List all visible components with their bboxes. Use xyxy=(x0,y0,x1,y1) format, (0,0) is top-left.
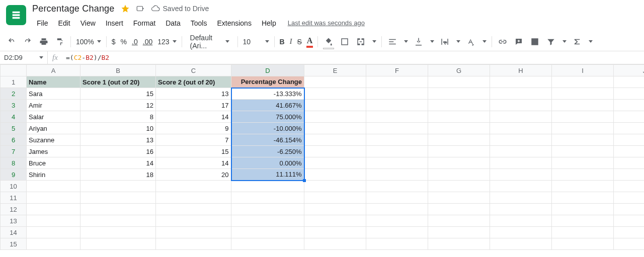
cell[interactable] xyxy=(614,123,645,134)
sheets-logo-icon[interactable] xyxy=(6,5,26,25)
increase-decimal-button[interactable]: .00 xyxy=(143,38,152,46)
cell[interactable]: 75.000% xyxy=(231,111,304,123)
cell[interactable] xyxy=(366,134,428,146)
col-header-E[interactable]: E xyxy=(304,65,366,76)
decrease-decimal-button[interactable]: .0 xyxy=(132,38,138,46)
bold-button[interactable]: B xyxy=(280,38,285,46)
cell[interactable] xyxy=(614,111,645,123)
cell[interactable] xyxy=(80,227,156,238)
redo-icon[interactable] xyxy=(22,35,33,48)
row-header[interactable]: 7 xyxy=(1,146,27,157)
cell[interactable] xyxy=(428,134,490,146)
cell[interactable]: Ariyan xyxy=(27,123,80,134)
cell[interactable]: -13.333% xyxy=(231,88,304,100)
insert-chart-icon[interactable] xyxy=(529,35,540,48)
cell[interactable]: Score 1 (out of 20) xyxy=(80,76,156,88)
cell[interactable]: -46.154% xyxy=(231,134,304,146)
cell[interactable] xyxy=(614,238,645,250)
cell[interactable] xyxy=(156,204,231,215)
text-wrap-icon[interactable] xyxy=(439,35,450,48)
move-icon[interactable] xyxy=(136,4,145,13)
italic-button[interactable]: I xyxy=(290,38,292,46)
cell[interactable] xyxy=(156,192,231,204)
cell[interactable]: 20 xyxy=(156,169,231,181)
cell[interactable] xyxy=(27,227,80,238)
cell[interactable] xyxy=(428,123,490,134)
cell[interactable]: Shirin xyxy=(27,169,80,181)
cell[interactable] xyxy=(366,215,428,227)
row-header[interactable]: 3 xyxy=(1,100,27,111)
cell[interactable] xyxy=(231,238,304,250)
select-all-corner[interactable] xyxy=(1,65,27,76)
cell[interactable] xyxy=(428,192,490,204)
col-header-I[interactable]: I xyxy=(552,65,614,76)
paint-format-icon[interactable] xyxy=(54,35,65,48)
row-header[interactable]: 9 xyxy=(1,169,27,181)
cell[interactable] xyxy=(552,192,614,204)
cell[interactable] xyxy=(490,123,552,134)
cell[interactable] xyxy=(366,227,428,238)
cell[interactable] xyxy=(428,111,490,123)
cell[interactable] xyxy=(614,146,645,157)
cell[interactable] xyxy=(366,100,428,111)
cell[interactable]: 16 xyxy=(80,146,156,157)
cell[interactable] xyxy=(304,111,366,123)
cell[interactable] xyxy=(428,227,490,238)
cell[interactable] xyxy=(490,215,552,227)
cell[interactable] xyxy=(27,215,80,227)
cell[interactable] xyxy=(366,76,428,88)
col-header-A[interactable]: A xyxy=(27,65,80,76)
print-icon[interactable] xyxy=(38,35,49,48)
cell[interactable] xyxy=(231,204,304,215)
cell[interactable] xyxy=(80,215,156,227)
functions-icon[interactable] xyxy=(572,35,583,48)
menu-file[interactable]: File xyxy=(32,17,53,29)
cell[interactable] xyxy=(552,227,614,238)
cell[interactable]: Bruce xyxy=(27,157,80,169)
row-header[interactable]: 1 xyxy=(1,76,27,88)
cell[interactable]: 8 xyxy=(80,111,156,123)
col-header-J[interactable]: J xyxy=(614,65,645,76)
col-header-D[interactable]: D xyxy=(231,65,304,76)
cell[interactable] xyxy=(366,123,428,134)
cell[interactable] xyxy=(366,192,428,204)
zoom-select[interactable]: 100% xyxy=(76,38,101,46)
cell[interactable] xyxy=(552,157,614,169)
cell[interactable]: -10.000% xyxy=(231,123,304,134)
cell[interactable] xyxy=(614,192,645,204)
cell[interactable] xyxy=(490,100,552,111)
cell[interactable] xyxy=(27,181,80,192)
cell[interactable] xyxy=(614,88,645,100)
col-header-H[interactable]: H xyxy=(490,65,552,76)
font-family-select[interactable]: Default (Ari... xyxy=(187,34,232,50)
insert-link-icon[interactable] xyxy=(497,35,508,48)
strikethrough-button[interactable]: S xyxy=(297,38,301,46)
borders-icon[interactable] xyxy=(339,35,350,48)
cell[interactable] xyxy=(614,134,645,146)
row-header[interactable]: 15 xyxy=(1,238,27,250)
cell[interactable] xyxy=(428,181,490,192)
cell[interactable] xyxy=(231,215,304,227)
cell[interactable]: 15 xyxy=(80,88,156,100)
col-header-C[interactable]: C xyxy=(156,65,231,76)
cell[interactable] xyxy=(552,134,614,146)
cell[interactable] xyxy=(552,111,614,123)
h-align-icon[interactable] xyxy=(387,35,398,48)
cell[interactable] xyxy=(156,215,231,227)
cell[interactable]: 0.000% xyxy=(231,157,304,169)
cell[interactable] xyxy=(614,157,645,169)
col-header-G[interactable]: G xyxy=(428,65,490,76)
cell[interactable] xyxy=(304,227,366,238)
row-header[interactable]: 14 xyxy=(1,227,27,238)
cell[interactable] xyxy=(304,181,366,192)
cell[interactable]: -6.250% xyxy=(231,146,304,157)
cell[interactable]: Suzanne xyxy=(27,134,80,146)
selection-drag-handle[interactable] xyxy=(303,179,306,182)
cell[interactable]: 14 xyxy=(156,157,231,169)
col-header-B[interactable]: B xyxy=(80,65,156,76)
row-header[interactable]: 5 xyxy=(1,123,27,134)
cell[interactable]: Percentage Change xyxy=(231,76,304,88)
cell[interactable] xyxy=(490,111,552,123)
cell[interactable] xyxy=(490,134,552,146)
cell[interactable] xyxy=(80,192,156,204)
